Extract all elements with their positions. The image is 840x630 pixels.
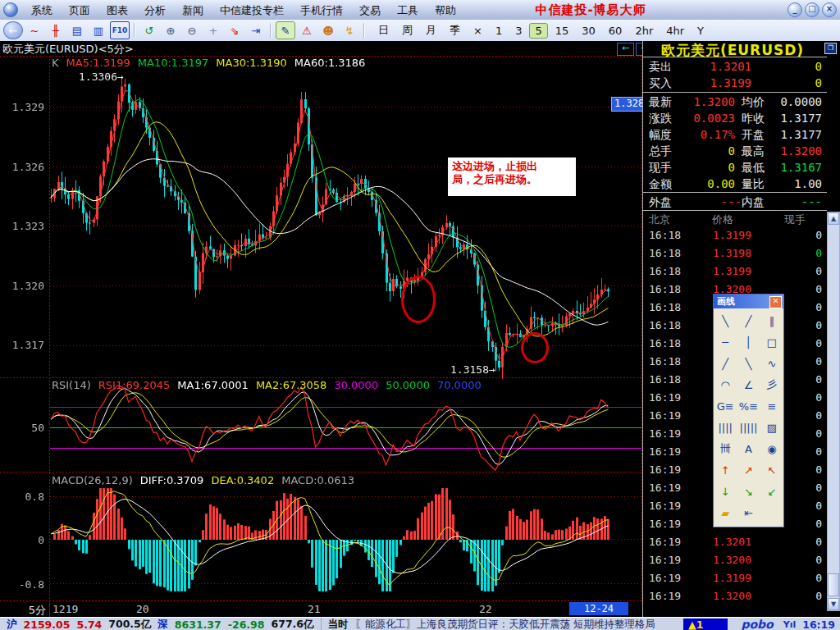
users-icon[interactable]: ☻ [318, 21, 338, 39]
arrow-up-tool[interactable]: ↑ [714, 459, 737, 481]
menu-item-系统[interactable]: 系统 [23, 2, 61, 18]
minimize-button[interactable]: _ [788, 2, 802, 17]
period-月[interactable]: 月 [420, 21, 442, 39]
period-日[interactable]: 日 [372, 21, 395, 39]
period-季[interactable]: 季 [444, 21, 466, 39]
quote-label: 昨收 [742, 110, 765, 126]
candlestick-chart-canvas[interactable] [0, 56, 642, 601]
period-60[interactable]: 60 [603, 23, 628, 39]
back-icon[interactable]: ← [3, 21, 23, 39]
quote-value: 1.3200 [679, 94, 735, 110]
panel-restore-icon[interactable]: ❐ [824, 43, 837, 54]
curve-tool[interactable]: ∿ [760, 353, 783, 374]
time-rulers-tool[interactable]: |||| [714, 417, 737, 438]
drawn-circle-annotation[interactable] [521, 332, 549, 363]
period-30[interactable]: 30 [576, 23, 601, 39]
angle-tool[interactable]: ∠ [737, 374, 760, 395]
arrow-ne-tool[interactable]: ↗ [737, 459, 760, 481]
trade-note-annotation[interactable]: 这边进场，止损出 局，之后再进场。 [448, 158, 576, 196]
x-tick: 1219 [52, 603, 78, 615]
period-4hr[interactable]: 4hr [660, 23, 690, 39]
tick-price: 1.3198 [692, 244, 751, 262]
arrow-down-tool[interactable]: ↓ [714, 481, 737, 502]
refresh-icon[interactable]: ↺ [139, 21, 159, 39]
line-chart-icon[interactable]: ~ [25, 21, 44, 39]
period-周[interactable]: 周 [396, 21, 418, 39]
segment-tool[interactable]: ╱ [714, 353, 737, 374]
period-label: 5分 [29, 603, 46, 618]
arrow-se-tool[interactable]: ↘ [737, 481, 760, 502]
clock: 16:19 [802, 619, 835, 630]
sz-change: -26.98 [228, 619, 265, 630]
gann-wheel-tool[interactable]: ◉ [760, 438, 783, 459]
close-icon[interactable]: ✕ [769, 296, 782, 308]
spacer [760, 502, 783, 523]
scroll-left-icon[interactable]: ← [617, 43, 634, 56]
drag-hand-icon[interactable]: + [203, 21, 223, 39]
period-1[interactable]: 1 [490, 23, 508, 39]
f10-icon[interactable]: F10 [110, 21, 130, 39]
period-5[interactable]: 5 [529, 23, 547, 39]
page-jump-icon[interactable]: ⇥ [246, 21, 266, 39]
fibonacci-lines-tool[interactable]: ≡ [760, 395, 783, 417]
toolbar-icons: ←~╫▤▥F10↺⊕⊖+⇘⇥✎⚠☻↯ [2, 21, 368, 39]
text-tool[interactable]: A [737, 438, 760, 459]
rsi-axis-label: 50 [0, 422, 44, 434]
menu-item-中信建投专栏[interactable]: 中信建投专栏 [212, 2, 292, 18]
quote-value: 1.3177 [766, 126, 822, 143]
menu-item-页面[interactable]: 页面 [61, 2, 98, 18]
zoom-in-icon[interactable]: ⊕ [161, 21, 180, 39]
trend-line-tool[interactable]: ╲ [714, 310, 737, 331]
menu-item-手机行情[interactable]: 手机行情 [292, 2, 351, 18]
parallel-lines-tool[interactable]: ∥ [760, 310, 783, 331]
ray-tool[interactable]: ╲ [737, 353, 760, 374]
period-×[interactable]: × [468, 23, 488, 39]
restore-button[interactable]: □ [805, 2, 819, 17]
arrow-nw-tool[interactable]: ↖ [760, 459, 783, 481]
fan-lines-tool[interactable]: 彡 [760, 374, 783, 395]
news-page-icon[interactable]: ▥ [89, 21, 108, 39]
page-forward-icon[interactable]: ⇘ [225, 21, 244, 39]
tick-price: 1.3200 [692, 551, 751, 569]
scroll-down-icon[interactable]: ▼ [828, 598, 839, 610]
menu-item-分析[interactable]: 分析 [136, 2, 174, 18]
delete-all-tool[interactable]: ⇤ [737, 502, 760, 523]
lightning-icon[interactable]: ↯ [340, 21, 359, 39]
quote-list-icon[interactable]: ▤ [67, 21, 87, 39]
gann-grid-tool[interactable]: 卌 [714, 438, 737, 459]
eraser-tool[interactable]: ▰ [714, 502, 737, 523]
arrow-sw-tool[interactable]: ↙ [760, 481, 783, 502]
arc-tool[interactable]: ◠ [714, 374, 737, 395]
vertical-line-tool[interactable]: │ [737, 331, 760, 353]
period-15[interactable]: 15 [550, 23, 575, 39]
menu-item-图表[interactable]: 图表 [98, 2, 136, 18]
alert-badge[interactable]: ▲1 [683, 619, 728, 630]
close-button[interactable]: × [822, 2, 837, 17]
period-3[interactable]: 3 [509, 23, 527, 39]
app-icon[interactable] [3, 2, 18, 17]
alarm-icon[interactable]: ⚠ [297, 21, 317, 39]
scrollbar-thumb[interactable] [828, 573, 839, 596]
period-Y[interactable]: Y [692, 23, 710, 39]
cycle-lines-tool[interactable]: ||||| [737, 417, 760, 438]
scroll-up-icon[interactable]: ▲ [828, 212, 839, 225]
scrollbar[interactable]: ▲ ▼ [827, 212, 840, 611]
zoom-out-icon[interactable]: ⊖ [182, 21, 202, 39]
draw-line-icon[interactable]: ✎ [276, 21, 295, 39]
menu-item-交易[interactable]: 交易 [351, 2, 389, 18]
tick-volume: 0 [766, 262, 822, 281]
horizontal-line-tool[interactable]: ─ [714, 331, 737, 353]
news-ticker[interactable]: 〖能源化工〗上海良茂期货日评：天胶低开震荡 短期维持整理格局 [355, 618, 673, 630]
rectangle-tool[interactable]: □ [760, 331, 783, 353]
quote-value: 1.3177 [766, 110, 822, 126]
drawn-circle-annotation[interactable] [401, 276, 436, 323]
palette-titlebar[interactable]: 画线 ✕ [714, 294, 783, 308]
menu-item-工具[interactable]: 工具 [389, 2, 427, 18]
candlestick-chart-icon[interactable]: ╫ [46, 21, 66, 39]
channel-tool[interactable]: ▨ [760, 417, 783, 438]
golden-section-tool[interactable]: G≡ [714, 395, 737, 417]
trend-segment-tool[interactable]: ╱ [737, 310, 760, 331]
period-2hr[interactable]: 2hr [629, 23, 659, 39]
percent-lines-tool[interactable]: %≡ [737, 395, 760, 417]
menu-item-新闻[interactable]: 新闻 [174, 2, 212, 18]
